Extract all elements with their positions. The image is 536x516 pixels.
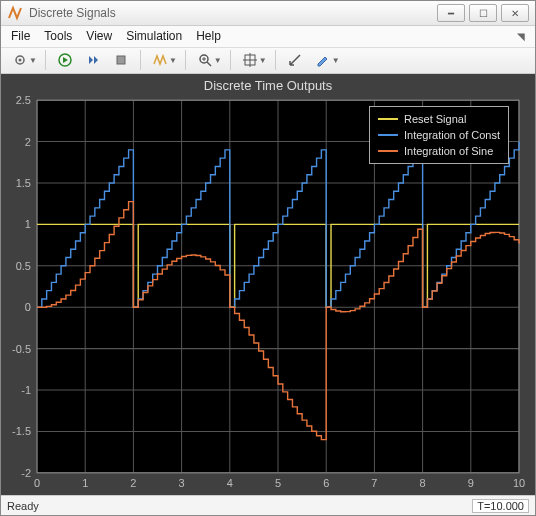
stop-button[interactable] — [110, 49, 132, 71]
step-icon — [85, 52, 101, 68]
svg-text:2.5: 2.5 — [16, 95, 31, 107]
legend-entry-sine: Integration of Sine — [378, 143, 500, 159]
legend[interactable]: Reset Signal Integration of Const Integr… — [369, 106, 509, 164]
svg-text:1: 1 — [25, 219, 31, 231]
svg-line-5 — [207, 62, 211, 66]
svg-text:0: 0 — [34, 477, 40, 489]
step-forward-button[interactable] — [82, 49, 104, 71]
minimize-button[interactable]: ━ — [437, 4, 465, 22]
menu-file[interactable]: File — [11, 29, 30, 43]
svg-text:7: 7 — [371, 477, 377, 489]
close-button[interactable]: ✕ — [501, 4, 529, 22]
plot-area[interactable]: 012345678910-2-1.5-1-0.500.511.522.5Disc… — [1, 74, 535, 495]
play-icon — [57, 52, 73, 68]
legend-entry-const: Integration of Const — [378, 127, 500, 143]
menu-view[interactable]: View — [86, 29, 112, 43]
svg-text:9: 9 — [468, 477, 474, 489]
statusbar: Ready T=10.000 — [1, 495, 535, 515]
menu-tools[interactable]: Tools — [44, 29, 72, 43]
window-buttons: ━ ☐ ✕ — [437, 4, 529, 22]
svg-text:8: 8 — [420, 477, 426, 489]
signal-icon — [152, 52, 168, 68]
titlebar: Discrete Signals ━ ☐ ✕ — [1, 1, 535, 26]
highlight-dropdown[interactable]: ▼ — [312, 49, 340, 71]
app-window: Discrete Signals ━ ☐ ✕ File Tools View S… — [0, 0, 536, 516]
svg-text:3: 3 — [179, 477, 185, 489]
run-button[interactable] — [54, 49, 76, 71]
svg-rect-3 — [117, 56, 125, 64]
svg-text:1.5: 1.5 — [16, 177, 31, 189]
svg-text:0.5: 0.5 — [16, 260, 31, 272]
svg-text:10: 10 — [513, 477, 525, 489]
highlight-icon — [315, 52, 331, 68]
cursor-dropdown[interactable]: ▼ — [239, 49, 267, 71]
svg-text:-1.5: -1.5 — [12, 426, 31, 438]
svg-text:2: 2 — [130, 477, 136, 489]
svg-text:Discrete Time Outputs: Discrete Time Outputs — [204, 79, 333, 94]
zoom-icon — [197, 52, 213, 68]
window-title: Discrete Signals — [29, 6, 437, 20]
toolbar: ▼ ▼ ▼ ▼ ▼ — [1, 48, 535, 75]
menu-expand-icon[interactable]: ◥ — [517, 31, 525, 42]
legend-entry-reset: Reset Signal — [378, 111, 500, 127]
measure-icon — [287, 52, 303, 68]
svg-point-1 — [19, 59, 22, 62]
svg-text:1: 1 — [82, 477, 88, 489]
signal-dropdown[interactable]: ▼ — [149, 49, 177, 71]
stop-icon — [113, 52, 129, 68]
menubar: File Tools View Simulation Help ◥ — [1, 26, 535, 47]
svg-text:5: 5 — [275, 477, 281, 489]
menu-help[interactable]: Help — [196, 29, 221, 43]
svg-text:4: 4 — [227, 477, 233, 489]
gear-icon — [12, 52, 28, 68]
settings-dropdown[interactable]: ▼ — [9, 49, 37, 71]
zoom-dropdown[interactable]: ▼ — [194, 49, 222, 71]
cursor-icon — [242, 52, 258, 68]
svg-text:-2: -2 — [21, 467, 31, 479]
maximize-button[interactable]: ☐ — [469, 4, 497, 22]
svg-text:2: 2 — [25, 136, 31, 148]
status-time: T=10.000 — [472, 499, 529, 513]
svg-text:-1: -1 — [21, 384, 31, 396]
svg-text:-0.5: -0.5 — [12, 343, 31, 355]
status-text: Ready — [7, 500, 39, 512]
svg-text:6: 6 — [323, 477, 329, 489]
svg-text:0: 0 — [25, 302, 31, 314]
app-logo-icon — [7, 5, 23, 21]
measure-button[interactable] — [284, 49, 306, 71]
menu-simulation[interactable]: Simulation — [126, 29, 182, 43]
